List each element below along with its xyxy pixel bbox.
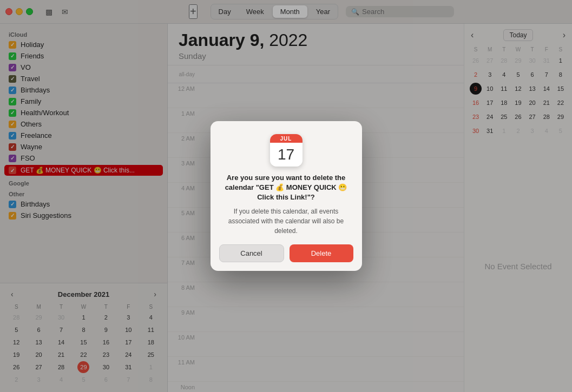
- modal-buttons: Cancel Delete: [211, 244, 362, 262]
- calendar-icon: JUL 17: [270, 134, 303, 167]
- modal-overlay: JUL 17 Are you sure you want to delete t…: [0, 0, 572, 392]
- delete-button[interactable]: Delete: [290, 244, 353, 262]
- modal-body: If you delete this calendar, all events …: [211, 207, 362, 244]
- cal-icon-month: JUL: [270, 134, 303, 143]
- delete-calendar-modal: JUL 17 Are you sure you want to delete t…: [211, 121, 362, 271]
- modal-icon-area: JUL 17: [211, 121, 362, 173]
- cal-icon-day: 17: [270, 143, 303, 167]
- modal-title: Are you sure you want to delete the cale…: [211, 173, 362, 207]
- cancel-button[interactable]: Cancel: [219, 244, 284, 262]
